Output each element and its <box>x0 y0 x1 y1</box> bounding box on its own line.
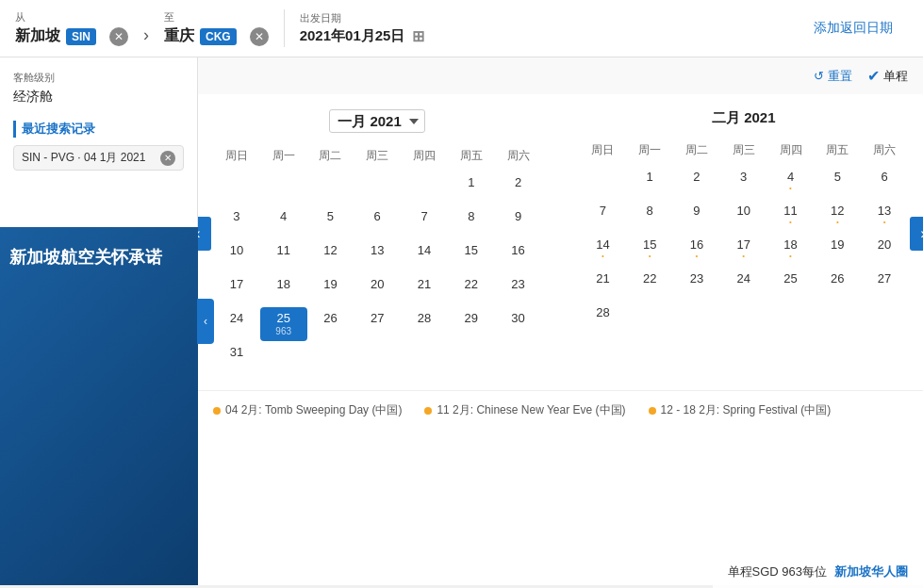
oneway-checkbox-label[interactable]: ✔ 单程 <box>867 67 908 85</box>
calendar-day <box>307 172 354 205</box>
calendar-day[interactable]: 16 <box>495 239 542 273</box>
calendar-day[interactable]: 12 <box>307 239 354 273</box>
weekday-fri: 周五 <box>448 144 495 172</box>
calendar-day[interactable]: 7 <box>580 200 627 234</box>
add-return-button[interactable]: 添加返回日期 <box>799 12 908 44</box>
holiday-item: 11 2月: Chinese New Year Eve (中国) <box>424 402 625 418</box>
calendar-february: 二月 2021 周日 周一 周二 周三 周四 周五 <box>580 109 909 375</box>
calendar-day[interactable]: 27 <box>354 307 401 341</box>
calendar-day[interactable]: 28 <box>580 302 627 335</box>
calendar-day[interactable]: 10 <box>720 200 767 234</box>
calendar-day[interactable]: 13 <box>354 239 401 273</box>
calendar-day[interactable]: 23 <box>673 268 720 302</box>
calendar-day[interactable]: 9 <box>495 205 542 239</box>
history-clear-button[interactable]: ✕ <box>160 151 175 166</box>
calendar-day[interactable]: 3 <box>720 166 767 200</box>
calendar-day[interactable]: 26 <box>814 268 861 302</box>
calendar-day[interactable]: 11 <box>260 239 307 273</box>
cabin-section: 客舱级别 经济舱 <box>13 71 184 106</box>
holiday-text: 11 2月: Chinese New Year Eve (中国) <box>437 402 625 418</box>
calendar-day[interactable]: 28 <box>401 307 448 341</box>
calendar-day[interactable]: 15 <box>626 234 673 268</box>
calendar-day[interactable]: 21 <box>401 273 448 307</box>
calendar-day[interactable]: 14 <box>401 239 448 273</box>
from-city: 新加坡 <box>15 26 60 46</box>
to-label: 至 <box>164 10 269 24</box>
reset-button[interactable]: ↺ 重置 <box>814 68 852 85</box>
calendar-day[interactable]: 16 <box>673 234 720 268</box>
footer-watermark: 新加坡华人圈 <box>834 564 908 580</box>
history-item[interactable]: SIN - PVG · 04 1月 2021 ✕ <box>13 145 184 171</box>
calendar-day[interactable]: 12 <box>814 200 861 234</box>
weekday-wed2: 周三 <box>720 139 767 166</box>
bg-image-area: 新加坡航空关怀承诺 <box>0 227 198 585</box>
calendar-day[interactable]: 20 <box>354 273 401 307</box>
to-city: 重庆 <box>164 26 194 46</box>
calendar-day[interactable]: 6 <box>861 166 908 200</box>
calendar-day[interactable]: 1 <box>626 166 673 200</box>
calendar-day[interactable]: 17 <box>720 234 767 268</box>
calendar-day[interactable]: 17 <box>213 273 260 307</box>
calendar-day[interactable]: 26 <box>307 307 354 341</box>
calendar-day[interactable]: 25963 <box>260 307 307 341</box>
calendar-day[interactable]: 27 <box>861 268 908 302</box>
holiday-dot <box>424 407 432 415</box>
calendar-next-button[interactable]: › <box>910 217 923 251</box>
footer-bar: 单程SGD 963每位 新加坡华人圈 <box>713 556 923 588</box>
calendar-day[interactable]: 8 <box>448 205 495 239</box>
calendar-day[interactable]: 30 <box>495 307 542 341</box>
calendar-day[interactable]: 5 <box>307 205 354 239</box>
calendar-day[interactable]: 4 <box>260 205 307 239</box>
holiday-dot <box>213 407 221 415</box>
calendar-day[interactable]: 11 <box>767 200 815 234</box>
calendar-day[interactable]: 23 <box>495 273 542 307</box>
calendar-day[interactable]: 24 <box>213 307 260 341</box>
calendar-day[interactable]: 2 <box>673 166 720 200</box>
from-field: 从 新加坡 SIN ✕ <box>15 10 128 46</box>
calendar-day[interactable]: 1 <box>448 172 495 205</box>
calendar-day[interactable]: 19 <box>814 234 861 268</box>
sidebar: 客舱级别 经济舱 最近搜索记录 SIN - PVG · 04 1月 2021 ✕… <box>0 57 198 585</box>
calendar-day[interactable]: 18 <box>260 273 307 307</box>
calendar-day <box>720 302 767 335</box>
calendar-day[interactable]: 5 <box>814 166 861 200</box>
holiday-text: 12 - 18 2月: Spring Festival (中国) <box>661 402 832 418</box>
main-content: ↺ 重置 ✔ 单程 ‹ › 一月 2021 <box>198 57 923 585</box>
calendar-day[interactable]: 7 <box>401 205 448 239</box>
calendar-day <box>354 172 401 205</box>
calendar-day <box>213 172 260 205</box>
calendar-day[interactable]: 20 <box>861 234 908 268</box>
calendar-day[interactable]: 25 <box>767 268 815 302</box>
calendar-day[interactable]: 15 <box>448 239 495 273</box>
calendar-day[interactable]: 24 <box>720 268 767 302</box>
calendar-day[interactable]: 4 <box>767 166 815 200</box>
calendar-day[interactable]: 2 <box>495 172 542 205</box>
weekday-thu2: 周四 <box>767 139 815 166</box>
calendar-day[interactable]: 29 <box>448 307 495 341</box>
calendar-day[interactable]: 3 <box>213 205 260 239</box>
calendar-day <box>814 302 861 335</box>
clear-from-button[interactable]: ✕ <box>109 27 128 46</box>
departure-date-field[interactable]: 出发日期 2021年01月25日 ⊞ <box>300 11 432 45</box>
clear-to-button[interactable]: ✕ <box>250 27 269 46</box>
calendar-day[interactable]: 14 <box>580 234 627 268</box>
calendar-day[interactable]: 31 <box>213 341 260 375</box>
calendar-day[interactable]: 10 <box>213 239 260 273</box>
calendar-day <box>495 341 542 375</box>
calendar-day[interactable]: 6 <box>354 205 401 239</box>
calendar-area: ‹ › 一月 2021 周日 <box>198 94 923 390</box>
calendar-day[interactable]: 13 <box>861 200 908 234</box>
calendar-day[interactable]: 19 <box>307 273 354 307</box>
calendar-day[interactable]: 8 <box>626 200 673 234</box>
calendar-day[interactable]: 22 <box>626 268 673 302</box>
calendar-day[interactable]: 18 <box>767 234 815 268</box>
history-section: 最近搜索记录 SIN - PVG · 04 1月 2021 ✕ <box>13 121 184 171</box>
calendar-day <box>673 302 720 335</box>
footer-price-text: 单程SGD 963每位 <box>728 564 827 580</box>
sidebar-collapse-button[interactable]: ‹ <box>197 299 214 344</box>
calendar-day[interactable]: 21 <box>580 268 627 302</box>
calendar-day[interactable]: 22 <box>448 273 495 307</box>
month-select-january[interactable]: 一月 2021 <box>329 109 425 133</box>
main-inner: ↺ 重置 ✔ 单程 ‹ › 一月 2021 <box>198 57 923 430</box>
calendar-day[interactable]: 9 <box>673 200 720 234</box>
